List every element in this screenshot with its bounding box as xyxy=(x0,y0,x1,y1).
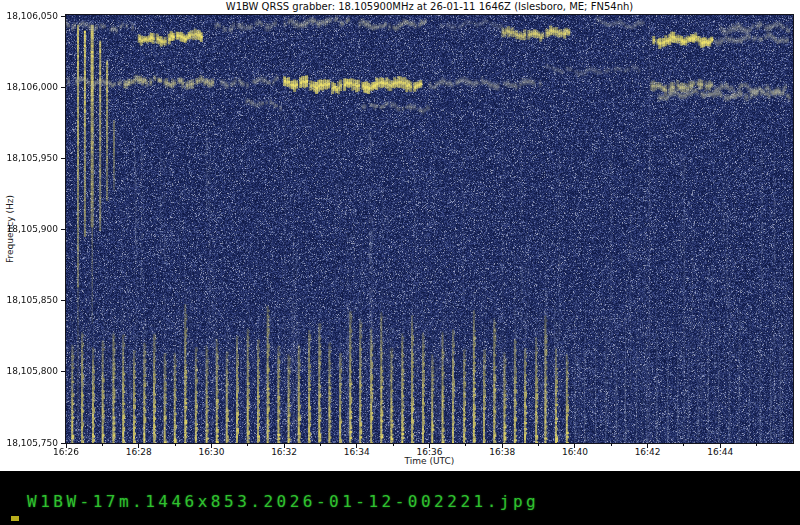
y-tick-mark xyxy=(61,229,66,230)
y-tick-mark xyxy=(61,16,66,17)
y-tick-mark xyxy=(61,158,66,159)
x-tick-label: 16:36 xyxy=(408,447,452,457)
terminal-bar: W1BW-17m.1446x853.2026-01-12-002221.jpg xyxy=(0,471,800,525)
x-minor-tick-mark xyxy=(320,443,321,446)
plot-area xyxy=(65,14,794,444)
x-minor-tick-mark xyxy=(175,443,176,446)
spectrogram-canvas xyxy=(66,15,793,443)
x-tick-label: 16:30 xyxy=(189,447,233,457)
x-tick-label: 16:28 xyxy=(117,447,161,457)
figure: W1BW QRSS grabber: 18.105900MHz at 26-01… xyxy=(0,0,800,471)
x-tick-label: 16:34 xyxy=(335,447,379,457)
x-tick-label: 16:44 xyxy=(698,447,742,457)
y-tick-mark xyxy=(61,300,66,301)
y-tick-label: 18,105,800 xyxy=(0,366,58,376)
x-tick-label: 16:32 xyxy=(262,447,306,457)
x-minor-tick-mark xyxy=(538,443,539,446)
x-minor-tick-mark xyxy=(756,443,757,446)
x-tick-label: 16:26 xyxy=(44,447,88,457)
x-minor-tick-mark xyxy=(393,443,394,446)
x-minor-tick-mark xyxy=(465,443,466,446)
x-tick-label: 16:40 xyxy=(553,447,597,457)
screen: W1BW QRSS grabber: 18.105900MHz at 26-01… xyxy=(0,0,800,525)
x-minor-tick-mark xyxy=(611,443,612,446)
x-minor-tick-mark xyxy=(102,443,103,446)
y-tick-mark xyxy=(61,371,66,372)
y-tick-label: 18,105,900 xyxy=(0,224,58,234)
y-tick-label: 18,105,750 xyxy=(0,438,58,448)
x-minor-tick-mark xyxy=(247,443,248,446)
x-tick-label: 16:38 xyxy=(480,447,524,457)
y-tick-label: 18,105,950 xyxy=(0,153,58,163)
x-tick-label: 16:42 xyxy=(626,447,670,457)
terminal-cursor xyxy=(11,516,19,521)
filename-text: W1BW-17m.1446x853.2026-01-12-002221.jpg xyxy=(27,492,539,511)
y-tick-label: 18,105,850 xyxy=(0,295,58,305)
y-tick-label: 18,106,000 xyxy=(0,82,58,92)
plot-title: W1BW QRSS grabber: 18.105900MHz at 26-01… xyxy=(66,1,793,12)
y-tick-label: 18,106,050 xyxy=(0,11,58,21)
x-axis-label: Time (UTC) xyxy=(66,456,793,466)
y-tick-mark xyxy=(61,87,66,88)
x-minor-tick-mark xyxy=(683,443,684,446)
